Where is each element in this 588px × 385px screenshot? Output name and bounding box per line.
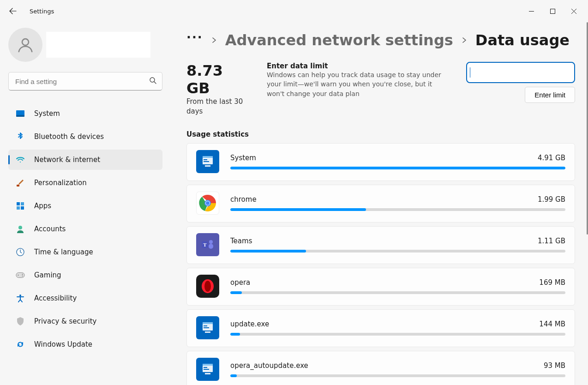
usage-bar [230, 250, 565, 253]
svg-point-10 [18, 226, 22, 229]
usage-bar-fill [230, 291, 242, 294]
svg-point-31 [204, 281, 211, 292]
wifi-icon [16, 155, 25, 164]
enter-limit-button[interactable]: Enter limit [525, 87, 575, 103]
usage-bar [230, 374, 565, 377]
text-caret [470, 67, 470, 78]
app-size: 1.11 GB [538, 237, 565, 245]
sidebar-item-system[interactable]: System [8, 103, 162, 124]
app-icon [196, 275, 219, 298]
sidebar-item-privacy[interactable]: Privacy & security [8, 311, 162, 331]
app-name: opera [230, 278, 250, 287]
search-popup[interactable] [466, 62, 575, 83]
svg-rect-20 [204, 161, 209, 162]
search-input[interactable] [14, 77, 149, 86]
titlebar: Settings [0, 0, 588, 22]
breadcrumb: ··· Advanced network settings Data usage [186, 31, 575, 49]
app-name: chrome [230, 195, 257, 204]
svg-rect-39 [204, 367, 207, 368]
sidebar-item-time[interactable]: Time & language [8, 242, 162, 262]
usage-row[interactable]: opera169 MB [186, 268, 575, 306]
sidebar-item-label: Time & language [34, 248, 93, 256]
sidebar-item-gaming[interactable]: Gaming [8, 265, 162, 285]
svg-rect-19 [204, 159, 207, 160]
svg-rect-35 [204, 327, 209, 328]
content-area: ··· Advanced network settings Data usage… [171, 22, 588, 385]
back-arrow-icon [9, 7, 17, 15]
sidebar-item-bluetooth[interactable]: Bluetooth & devices [8, 126, 162, 147]
svg-rect-38 [203, 364, 213, 366]
data-limit-title: Enter data limit [267, 62, 450, 70]
usage-row[interactable]: System4.91 GB [186, 143, 575, 181]
bluetooth-icon [16, 132, 25, 141]
usage-bar-fill [230, 208, 366, 211]
data-limit-body: Windows can help you track data usage to… [267, 70, 450, 98]
total-usage-value: 8.73 GB [186, 62, 251, 97]
svg-point-25 [206, 201, 210, 205]
svg-point-16 [19, 295, 21, 296]
sidebar-item-accessibility[interactable]: Accessibility [8, 288, 162, 308]
time-icon [16, 247, 25, 257]
usage-bar [230, 208, 565, 211]
app-icon [196, 150, 219, 173]
breadcrumb-prev[interactable]: Advanced network settings [225, 31, 453, 49]
system-icon [16, 109, 25, 118]
svg-rect-12 [16, 273, 24, 278]
usage-bar-fill [230, 333, 240, 336]
avatar [8, 28, 42, 62]
app-size: 144 MB [539, 320, 565, 328]
app-icon [196, 358, 219, 381]
back-button[interactable] [4, 2, 22, 20]
svg-rect-33 [203, 322, 213, 324]
usage-list: System4.91 GBchrome1.99 GBTTeams1.11 GBo… [186, 143, 575, 385]
maximize-button[interactable] [542, 4, 563, 18]
profile-name-mask [46, 32, 150, 58]
sidebar-item-accounts[interactable]: Accounts [8, 219, 162, 239]
sidebar-item-label: Privacy & security [34, 317, 96, 325]
nav-list: SystemBluetooth & devicesNetwork & inter… [8, 103, 162, 355]
usage-row[interactable]: opera_autoupdate.exe93 MB [186, 351, 575, 385]
app-icon: T [196, 233, 219, 256]
app-name: opera_autoupdate.exe [230, 361, 308, 370]
sidebar-item-label: Windows Update [34, 340, 92, 349]
chevron-right-icon [462, 36, 467, 45]
usage-bar [230, 291, 565, 294]
svg-text:T: T [203, 242, 207, 247]
app-icon [196, 316, 219, 339]
profile-block[interactable] [8, 28, 162, 62]
sidebar-item-apps[interactable]: Apps [8, 196, 162, 216]
svg-point-15 [22, 276, 23, 277]
svg-point-2 [150, 78, 155, 82]
sidebar-item-brush[interactable]: Personalization [8, 173, 162, 193]
gaming-icon [16, 271, 25, 280]
app-name: Teams [230, 237, 252, 245]
svg-rect-9 [21, 206, 24, 210]
minimize-button[interactable] [521, 4, 542, 18]
apps-icon [16, 201, 25, 211]
usage-row[interactable]: chrome1.99 GB [186, 185, 575, 223]
sidebar-item-label: System [34, 109, 60, 118]
search-icon [149, 77, 156, 86]
svg-rect-4 [16, 115, 24, 117]
usage-bar-fill [230, 167, 565, 169]
sidebar-item-update[interactable]: Windows Update [8, 334, 162, 355]
svg-rect-36 [205, 331, 210, 333]
total-usage-sub: From the last 30 days [186, 97, 251, 116]
app-size: 93 MB [544, 361, 565, 370]
app-name: update.exe [230, 320, 269, 328]
scrollbar[interactable] [586, 22, 588, 385]
svg-rect-8 [17, 206, 20, 210]
sidebar-item-wifi[interactable]: Network & internet [8, 150, 162, 170]
app-icon [196, 192, 219, 215]
close-button[interactable] [563, 4, 584, 18]
sidebar-item-label: Gaming [34, 271, 61, 279]
usage-row[interactable]: TTeams1.11 GB [186, 226, 575, 264]
svg-rect-6 [17, 202, 20, 205]
svg-rect-7 [21, 202, 24, 205]
data-limit-description: Enter data limit Windows can help you tr… [267, 62, 450, 116]
app-size: 169 MB [539, 278, 565, 287]
sidebar-item-label: Apps [34, 202, 51, 210]
usage-bar [230, 167, 565, 169]
usage-row[interactable]: update.exe144 MB [186, 309, 575, 347]
search-box[interactable] [8, 72, 162, 90]
